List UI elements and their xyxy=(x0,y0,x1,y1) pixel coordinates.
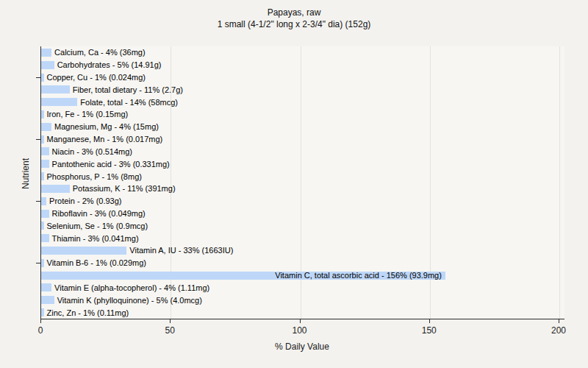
nutrient-bar xyxy=(41,210,49,218)
nutrient-bar xyxy=(41,110,44,118)
nutrient-bar xyxy=(41,172,44,180)
nutrient-bar xyxy=(41,61,54,69)
bar-label: Phosphorus, P - 1% (8mg) xyxy=(47,172,142,181)
bar-row: Niacin - 3% (0.514mg) xyxy=(41,146,564,158)
bar-row: Phosphorus, P - 1% (8mg) xyxy=(41,170,564,183)
bar-row: Pantothenic acid - 3% (0.331mg) xyxy=(41,158,564,170)
chart-title: Papayas, raw xyxy=(0,7,588,18)
bar-row: Protein - 2% (0.93g) xyxy=(41,195,564,208)
bar-label: Magnesium, Mg - 4% (15mg) xyxy=(54,122,159,131)
nutrient-bar xyxy=(41,160,49,168)
y-tick xyxy=(36,77,40,78)
x-tick-label: 0 xyxy=(26,325,55,336)
nutrient-bar xyxy=(41,98,77,106)
x-tick xyxy=(170,319,171,323)
bar-label: Iron, Fe - 1% (0.15mg) xyxy=(47,110,129,118)
bar-label: Vitamin A, IU - 33% (1663IU) xyxy=(129,246,233,255)
bar-label: Vitamin E (alpha-tocopherol) - 4% (1.11m… xyxy=(54,283,209,292)
bar-row: Potassium, K - 11% (391mg) xyxy=(41,183,564,195)
x-tick-label: 200 xyxy=(544,325,573,336)
nutrient-bar xyxy=(41,259,44,267)
bar-row: Fiber, total dietary - 11% (2.7g) xyxy=(41,83,564,96)
nutrient-bar xyxy=(41,74,44,82)
nutrient-bar xyxy=(41,308,44,316)
bar-label: Folate, total - 14% (58mcg) xyxy=(80,98,178,107)
bar-label: Fiber, total dietary - 11% (2.7g) xyxy=(73,85,183,94)
y-tick xyxy=(36,263,40,263)
nutrient-bar xyxy=(41,85,70,93)
bar-label: Vitamin B-6 - 1% (0.029mg) xyxy=(47,258,147,267)
bar-label: Vitamin C, total ascorbic acid - 156% (9… xyxy=(275,271,442,280)
y-tick xyxy=(36,139,40,140)
bar-row: Manganese, Mn - 1% (0.017mg) xyxy=(41,133,564,146)
x-axis: % Daily Value 050100150200 xyxy=(0,319,588,368)
bar-label: Potassium, K - 11% (391mg) xyxy=(73,184,176,193)
x-tick xyxy=(300,319,301,323)
bar-row: Riboflavin - 3% (0.049mg) xyxy=(41,208,564,220)
bar-row: Carbohydrates - 5% (14.91g) xyxy=(41,59,564,71)
bar-row: Magnesium, Mg - 4% (15mg) xyxy=(41,121,564,133)
x-tick xyxy=(429,319,430,323)
nutrient-bar xyxy=(41,185,70,193)
bar-label: Thiamin - 3% (0.041mg) xyxy=(52,234,139,243)
bar-row: Iron, Fe - 1% (0.15mg) xyxy=(41,108,564,121)
nutrient-bar xyxy=(41,247,126,255)
bar-label: Pantothenic acid - 3% (0.331mg) xyxy=(52,160,170,169)
bar-row: Thiamin - 3% (0.041mg) xyxy=(41,232,564,244)
x-tick-label: 50 xyxy=(155,325,184,336)
nutrient-bar xyxy=(41,49,51,57)
bar-label: Vitamin K (phylloquinone) - 5% (4.0mcg) xyxy=(57,296,202,305)
x-tick-label: 150 xyxy=(415,325,444,336)
bar-row: Vitamin K (phylloquinone) - 5% (4.0mcg) xyxy=(41,294,564,306)
bar-row: Copper, Cu - 1% (0.024mg) xyxy=(41,71,564,84)
nutrient-bar xyxy=(41,123,51,131)
nutrition-bar-chart-page: Papayas, raw 1 small (4-1/2" long x 2-3/… xyxy=(0,0,588,368)
x-axis-label: % Daily Value xyxy=(40,342,564,352)
bar-row: Folate, total - 14% (58mcg) xyxy=(41,96,564,108)
bar-label: Zinc, Zn - 1% (0.11mg) xyxy=(47,308,129,317)
bar-row: Calcium, Ca - 4% (36mg) xyxy=(41,46,564,59)
nutrient-bar xyxy=(41,197,46,205)
nutrient-bar xyxy=(41,234,49,242)
y-axis-label: Nutrient xyxy=(21,158,31,189)
nutrient-bar xyxy=(41,147,49,155)
bar-label: Copper, Cu - 1% (0.024mg) xyxy=(47,73,146,82)
nutrient-bar xyxy=(41,296,54,304)
bar-label: Calcium, Ca - 4% (36mg) xyxy=(54,48,145,57)
x-tick xyxy=(559,319,559,323)
bar-row: Selenium, Se - 1% (0.9mcg) xyxy=(41,219,564,232)
bar-row: Vitamin A, IU - 33% (1663IU) xyxy=(41,244,564,257)
bar-row: Vitamin E (alpha-tocopherol) - 4% (1.11m… xyxy=(41,282,564,294)
bar-label: Selenium, Se - 1% (0.9mcg) xyxy=(47,222,148,230)
bar-label: Carbohydrates - 5% (14.91g) xyxy=(57,60,162,69)
bar-row: Zinc, Zn - 1% (0.11mg) xyxy=(41,306,564,319)
nutrient-bar xyxy=(41,222,44,230)
bar-label: Riboflavin - 3% (0.049mg) xyxy=(52,209,146,218)
x-tick xyxy=(40,319,41,323)
plot-area: Calcium, Ca - 4% (36mg)Carbohydrates - 5… xyxy=(40,46,564,319)
bar-label: Niacin - 3% (0.514mg) xyxy=(52,147,132,156)
nutrient-bar xyxy=(41,283,51,291)
bar-label: Protein - 2% (0.93g) xyxy=(49,197,121,205)
bar-row: Vitamin C, total ascorbic acid - 156% (9… xyxy=(41,269,564,282)
bar-label: Manganese, Mn - 1% (0.017mg) xyxy=(47,135,163,144)
chart-subtitle: 1 small (4-1/2" long x 2-3/4" dia) (152g… xyxy=(0,19,588,29)
x-tick-label: 100 xyxy=(285,325,315,336)
bar-row: Vitamin B-6 - 1% (0.029mg) xyxy=(41,257,564,269)
nutrient-bar xyxy=(41,135,44,144)
y-tick xyxy=(36,201,40,202)
